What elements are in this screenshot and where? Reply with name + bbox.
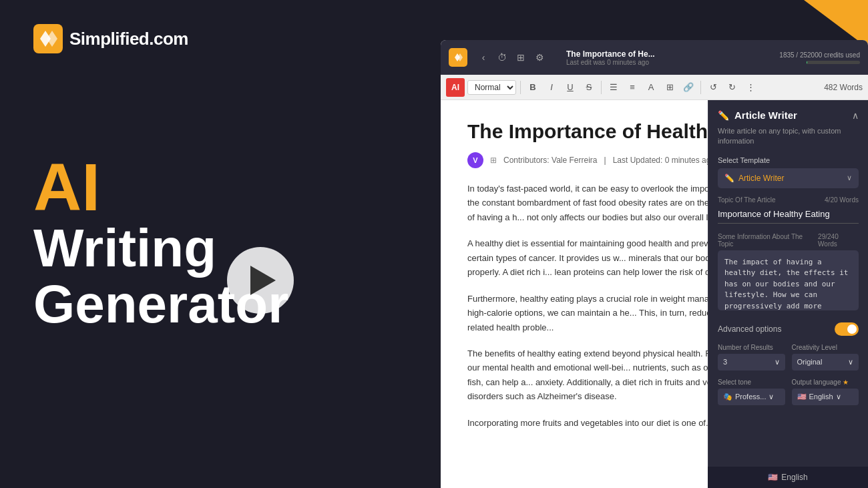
template-value: Article Writer (738, 174, 784, 183)
template-select-text: ✏️ Article Writer (724, 174, 784, 183)
nav-settings-button[interactable]: ⚙ (531, 49, 548, 65)
toolbar-nav-icons: ‹ ⏱ ⊞ ⚙ (475, 49, 548, 65)
nav-back-button[interactable]: ‹ (475, 49, 491, 65)
logo-icon (33, 24, 63, 53)
lang-col: Output language ★ 🇺🇸 English ∨ (792, 379, 859, 405)
format-redo-button[interactable]: ↻ (724, 79, 740, 95)
format-strikethrough-button[interactable]: S (581, 79, 597, 95)
lang-label-row: Output language ★ (792, 379, 859, 386)
topic-label: Topic Of The Article (718, 196, 776, 204)
toolbar-subtitle: Last edit was 0 minutes ago (566, 59, 655, 66)
tone-col: Select tone 🎭 Profess... ∨ (718, 379, 785, 405)
doc-separator: | (604, 156, 606, 165)
bottom-language: 🇺🇸 English (768, 473, 807, 482)
num-results-chevron: ∨ (775, 358, 780, 367)
tone-select[interactable]: 🎭 Profess... ∨ (718, 389, 785, 405)
lang-label: Output language (792, 379, 841, 386)
info-label: Some Information About The Topic (718, 233, 818, 248)
format-font-button[interactable]: A (643, 79, 659, 95)
creativity-select[interactable]: Original ∨ (792, 354, 859, 371)
format-divider-1 (520, 81, 521, 94)
panel-header: ✏️ Article Writer ∧ (718, 109, 859, 121)
format-more-button[interactable]: ⋮ (742, 79, 758, 95)
logo-text: Simplified.com (69, 29, 188, 49)
crown-icon: ★ (843, 379, 849, 386)
app-window: ‹ ⏱ ⊞ ⚙ The Importance of He... Last edi… (441, 40, 868, 488)
panel-pencil-icon: ✏️ (718, 110, 729, 121)
advanced-options-toggle[interactable] (835, 322, 859, 336)
creativity-col: Creativity Level Original ∨ (792, 344, 859, 371)
tone-chevron: ∨ (769, 393, 774, 401)
lang-chevron: ∨ (836, 393, 841, 401)
topic-label-row: Topic Of The Article 4/20 Words (718, 196, 859, 204)
lang-value: English (809, 393, 833, 401)
tone-label: Select tone (718, 379, 785, 386)
bottom-lang-text: English (781, 473, 807, 482)
creativity-chevron: ∨ (848, 358, 853, 367)
article-writer-panel: ✏️ Article Writer ∧ Write article on any… (708, 100, 868, 488)
info-label-row: Some Information About The Topic 29/240 … (718, 233, 859, 248)
format-divider-3 (700, 81, 701, 94)
format-italic-button[interactable]: I (544, 79, 560, 95)
nav-clock-button[interactable]: ⏱ (494, 49, 510, 65)
toolbar-credit-text: 1835 / 252000 credits used (779, 51, 860, 59)
tone-value: Profess... (735, 393, 766, 401)
select-template-label: Select Template (718, 156, 859, 164)
panel-title: Article Writer (734, 109, 797, 121)
format-table-button[interactable]: ⊞ (662, 79, 678, 95)
panel-collapse-button[interactable]: ∧ (852, 110, 859, 121)
bottom-lang-flag: 🇺🇸 (768, 473, 778, 482)
toolbar-title-text: The Importance of He... (566, 49, 655, 59)
template-pencil-icon: ✏️ (724, 174, 734, 183)
format-bold-button[interactable]: B (525, 79, 541, 95)
format-link-button[interactable]: 🔗 (680, 79, 696, 95)
advanced-options-label: Advanced options (718, 324, 781, 334)
format-divider-2 (601, 81, 602, 94)
app-logo-icon (449, 48, 467, 67)
creativity-value: Original (797, 358, 823, 366)
credit-bar (807, 61, 860, 64)
info-textarea[interactable] (718, 250, 859, 310)
play-triangle-icon (250, 266, 276, 295)
bottom-bar: 🇺🇸 English (708, 467, 868, 488)
doc-contributors: Contributors: Vale Ferreira (503, 156, 598, 165)
format-undo-button[interactable]: ↺ (705, 79, 721, 95)
hero-ai-label: AI (33, 154, 288, 220)
word-count: 482 Words (824, 83, 863, 92)
play-button[interactable] (227, 247, 294, 314)
toolbar-credit: 1835 / 252000 credits used (779, 51, 860, 64)
logo-area: Simplified.com (33, 24, 188, 53)
lang-flag: 🇺🇸 (797, 393, 807, 401)
toggle-knob (847, 324, 857, 334)
topic-input[interactable] (718, 206, 859, 224)
panel-subtitle: Write article on any topic, with custom … (718, 126, 859, 147)
creativity-label: Creativity Level (792, 344, 859, 351)
credit-bar-fill (807, 61, 807, 64)
format-style-select[interactable]: Normal (467, 80, 516, 95)
tone-flag: 🎭 (723, 393, 732, 401)
format-list-button[interactable]: ☰ (606, 79, 622, 95)
template-chevron-icon: ∨ (847, 174, 852, 182)
format-ai-button[interactable]: AI (446, 78, 465, 97)
num-results-label: Number of Results (718, 344, 785, 351)
toolbar-title: The Importance of He... Last edit was 0 … (566, 49, 655, 66)
num-results-value: 3 (723, 358, 727, 366)
num-results-col: Number of Results 3 ∨ (718, 344, 785, 371)
info-word-count: 29/240 Words (818, 233, 859, 248)
format-underline-button[interactable]: U (562, 79, 578, 95)
app-toolbar: ‹ ⏱ ⊞ ⚙ The Importance of He... Last edi… (441, 40, 868, 75)
contributors-icon: ⊞ (490, 156, 497, 165)
nav-grid-button[interactable]: ⊞ (513, 49, 529, 65)
doc-avatar: V (467, 152, 483, 168)
topic-word-count: 4/20 Words (825, 196, 859, 204)
results-creativity-row: Number of Results 3 ∨ Creativity Level O… (718, 344, 859, 371)
tone-lang-row: Select tone 🎭 Profess... ∨ Output langua… (718, 379, 859, 405)
advanced-options-row: Advanced options (718, 322, 859, 336)
format-toolbar: AI Normal B I U S ☰ ≡ A ⊞ 🔗 ↺ ↻ ⋮ 482 Wo… (441, 75, 868, 100)
doc-updated: Last Updated: 0 minutes ago (613, 156, 715, 165)
template-select[interactable]: ✏️ Article Writer ∨ (718, 168, 859, 188)
format-align-button[interactable]: ≡ (624, 79, 640, 95)
num-results-select[interactable]: 3 ∨ (718, 354, 785, 371)
panel-title-row: ✏️ Article Writer (718, 109, 797, 121)
lang-select[interactable]: 🇺🇸 English ∨ (792, 389, 859, 405)
